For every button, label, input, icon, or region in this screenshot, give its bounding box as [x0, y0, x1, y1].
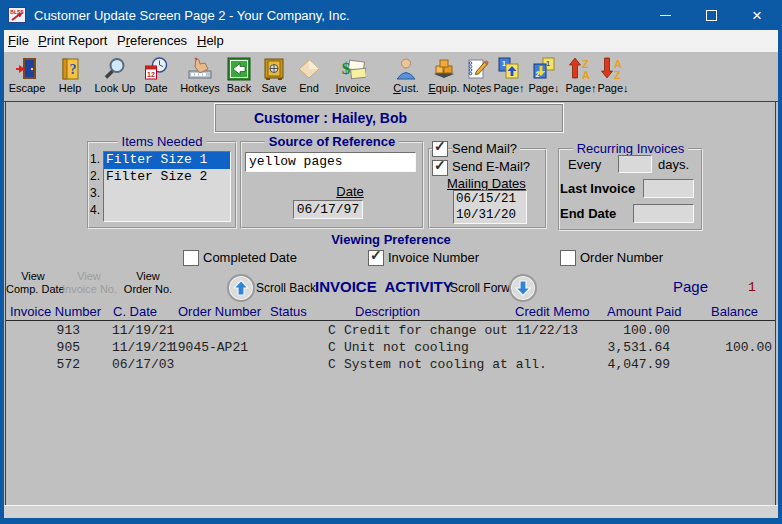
scroll-forward-button[interactable] [509, 274, 537, 302]
app-logo-icon: BLSS [8, 7, 26, 23]
every-days-input[interactable] [618, 155, 652, 173]
source-of-reference-input[interactable]: yellow pages [245, 152, 416, 172]
dollar-envelope-icon: $ [340, 54, 366, 81]
magnifier-icon [103, 54, 127, 81]
svg-text:1: 1 [502, 60, 506, 67]
svg-text:BLSS: BLSS [10, 9, 24, 15]
send-email-label: Send E-Mail? [452, 159, 530, 174]
close-icon: × [752, 7, 762, 24]
invoice-activity-title: INVOICE ACTIVITY [315, 278, 453, 295]
page-number: 1 [748, 280, 756, 295]
items-needed-list: Filter Size 1 Filter Size 2 [103, 151, 231, 222]
items-needed-item[interactable]: Filter Size 1 [104, 152, 230, 169]
mailing-date[interactable]: 06/15/21 [456, 191, 526, 207]
col-balance: Balance [711, 304, 758, 319]
col-amount-paid: Amount Paid [607, 304, 681, 319]
source-of-reference-title: Source of Reference [265, 134, 399, 149]
invoice-row[interactable]: 57206/17/03CSystem not cooling at all.4,… [0, 357, 782, 374]
calendar-clock-icon: 12 [144, 54, 168, 81]
maximize-button[interactable] [688, 0, 734, 30]
close-button[interactable]: × [734, 0, 780, 30]
toolbar-lookup-button[interactable]: Look Up [92, 54, 138, 100]
invoice-number-label: Invoice Number [388, 250, 479, 265]
mailing-dates-label: Mailing Dates [447, 176, 526, 191]
mailing-date[interactable]: 10/31/20 [456, 207, 526, 223]
view-invoice-no-button[interactable]: ViewInvoice No. [62, 270, 116, 296]
order-number-label: Order Number [580, 250, 663, 265]
col-status: Status [270, 304, 307, 319]
scroll-down-arrow-icon [513, 278, 533, 298]
left-frame-line [5, 102, 6, 505]
diamond-icon [297, 54, 321, 81]
status-bar [4, 505, 778, 518]
view-comp-date-button[interactable]: ViewComp. Date [6, 270, 60, 296]
item-number: 3. [86, 186, 100, 200]
table-top-border [5, 320, 776, 321]
minimize-button[interactable] [642, 0, 688, 30]
col-credit-memo: Credit Memo [515, 304, 589, 319]
completed-date-checkbox[interactable] [183, 250, 199, 266]
customer-banner-text: Customer : Hailey, Bob [254, 110, 407, 126]
item-number: 4. [86, 203, 100, 217]
end-date-input[interactable] [633, 204, 694, 223]
safe-icon [262, 54, 286, 81]
toolbar-date-button[interactable]: 12 Date [133, 54, 179, 100]
menu-file[interactable]: File [8, 33, 29, 48]
view-order-no-button[interactable]: ViewOrder No. [120, 270, 176, 296]
customer-banner: Customer : Hailey, Bob [215, 104, 563, 132]
pages-up-icon: 1 [497, 54, 521, 81]
last-invoice-input[interactable] [643, 179, 694, 198]
scroll-back-label: Scroll Back [256, 281, 316, 295]
toolbar-divider [4, 101, 778, 102]
invoice-row[interactable]: 90511/19/2119045-AP21CUnit not cooling3,… [0, 340, 782, 357]
hand-keyboard-icon [188, 54, 212, 81]
col-order-number: Order Number [178, 304, 261, 319]
door-escape-icon [15, 54, 39, 81]
completed-date-label: Completed Date [203, 250, 297, 265]
toolbar-end-button[interactable]: End [286, 54, 332, 100]
toolbar-page-down-sort-button[interactable]: AZ Page↓ [590, 54, 636, 100]
titlebar[interactable]: BLSS Customer Update Screen Page 2 - You… [0, 0, 782, 30]
right-frame-line [775, 102, 776, 505]
window-title: Customer Update Screen Page 2 - Your Com… [34, 8, 350, 23]
send-email-checkbox[interactable] [432, 160, 448, 176]
date-input[interactable]: 06/17/97 [293, 200, 363, 219]
invoice-table-header: Invoice Number C. Date Order Number Stat… [0, 304, 782, 320]
every-label: Every [568, 157, 601, 172]
sort-az-down-icon: AZ [600, 54, 626, 81]
item-number: 1. [86, 152, 100, 166]
items-needed-item[interactable] [104, 186, 230, 203]
svg-text:$: $ [342, 59, 351, 78]
menu-help[interactable]: Help [197, 33, 224, 48]
col-invoice-number: Invoice Number [10, 304, 101, 319]
send-mail-checkbox[interactable] [432, 141, 448, 157]
end-date-label: End Date [560, 206, 616, 221]
svg-text:A: A [582, 69, 590, 81]
svg-text:1: 1 [546, 60, 550, 67]
pages-down-icon: 12 [532, 54, 556, 81]
invoice-number-checkbox[interactable] [368, 250, 384, 266]
toolbar-help-button[interactable]: ? Help [47, 54, 93, 100]
items-needed-item[interactable] [104, 203, 230, 220]
toolbar-invoice-button[interactable]: $ Invoice [330, 54, 376, 100]
send-mail-label: Send Mail? [452, 141, 520, 156]
person-icon [394, 54, 418, 81]
maximize-icon [706, 10, 717, 21]
recurring-invoices-title: Recurring Invoices [573, 141, 689, 156]
menu-preferences[interactable]: Preferences [117, 33, 187, 48]
svg-text:12: 12 [147, 71, 155, 78]
col-description: Description [355, 304, 420, 319]
items-needed-item[interactable]: Filter Size 2 [104, 169, 230, 186]
page-label: Page [673, 278, 708, 295]
toolbar-escape-button[interactable]: Escape [4, 54, 50, 100]
menu-print-report[interactable]: Print Report [38, 33, 107, 48]
scroll-back-button[interactable] [227, 274, 255, 302]
mailing-dates-list[interactable]: 06/15/21 10/31/20 [453, 190, 527, 224]
last-invoice-label: Last Invoice [560, 181, 635, 196]
scroll-up-arrow-icon [231, 278, 251, 298]
help-book-icon: ? [58, 54, 82, 81]
crates-icon [432, 54, 456, 81]
order-number-checkbox[interactable] [560, 250, 576, 266]
svg-text:Z: Z [614, 69, 621, 81]
invoice-row[interactable]: 91311/19/21CCredit for change out 11/22/… [0, 323, 782, 340]
